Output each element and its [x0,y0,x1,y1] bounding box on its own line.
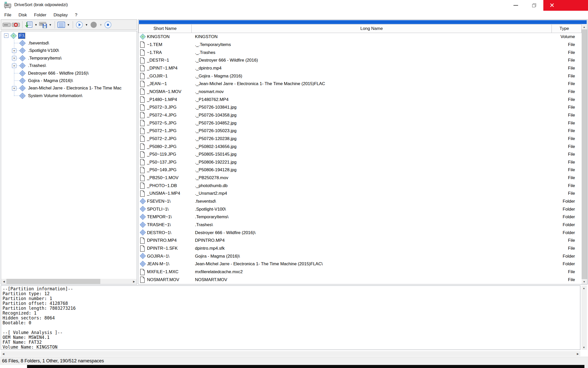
load-order-dropdown[interactable]: ▼ [33,20,39,29]
menu-item[interactable]: ? [71,12,81,19]
column-header-short-name[interactable]: Short Name [138,24,192,33]
tree-expander-toggle[interactable] [4,33,8,38]
file-row[interactable]: _DPINT~1.MP4 ._dpintro.mp4 File [138,64,582,72]
file-row[interactable]: KINGSTON KINGSTON Volume [138,33,582,41]
file-row[interactable]: ~1.TRA ._.Trashes File [138,49,582,56]
short-name-cell: _P5072~2.JPG [147,136,177,141]
file-row[interactable]: _PB250~1.MOV ._PB250278.mov File [138,174,582,182]
file-row[interactable]: _P50~137.JPG ._P50806-192221.jpg File [138,158,582,166]
tree-item[interactable]: .TemporaryItems\ [1,54,137,62]
file-row[interactable]: MXFILE~1.MXC mxfilerelatedcache.mxc2 Fil… [138,268,582,276]
save-drive-button[interactable] [39,20,48,29]
file-icon [140,277,145,283]
output-horizontal-scrollbar[interactable]: ◀ ▶ [1,351,580,356]
toolbar: ▼ ▼ ▼ ▼ ▼ [1,19,137,30]
file-row[interactable]: _P5072~1.JPG ._P50726-105023.jpg File [138,127,582,135]
file-row[interactable]: _NOSMA~1.MOV ._nosmart.mov File [138,88,582,96]
long-name-cell: Gojira - Magma (2016)\ [192,254,552,259]
close-button[interactable]: ✕ [543,0,588,11]
column-header-type[interactable]: Type [552,24,577,33]
menu-item[interactable]: Disk [15,12,30,19]
tree-item[interactable]: .Spotlight-V100\ [1,47,137,54]
file-row[interactable]: _P5080~2.JPG ._P50802-143656.jpg File [138,143,582,151]
file-row[interactable]: ~1.TEM ._.TemporaryItems File [138,41,582,49]
start-button[interactable] [75,20,84,29]
start-dropdown[interactable]: ▼ [84,20,89,29]
tree-expander-toggle[interactable] [12,86,16,90]
file-row[interactable]: JEAN-M~1\ Jean-Michel Jarre - Electronic… [138,260,582,268]
file-row[interactable]: DESTRO~1\ Destroyer 666 - Wildfire (2016… [138,229,582,237]
scroll-right-icon[interactable]: ▶ [575,351,580,356]
tree-expander-toggle[interactable] [12,49,16,53]
tree-expander-toggle[interactable] [12,56,16,60]
file-row[interactable]: _DESTR~1 ._Destroyer 666 - Wildfire (201… [138,56,582,64]
file-row[interactable]: _UNSMA~1.MP4 ._Unsmart2.mp4 File [138,190,582,198]
file-row[interactable]: _GOJIR~1 ._Gojira - Magma (2016) File [138,72,582,80]
row-type-icon [140,135,145,142]
view-mode-dropdown[interactable]: ▼ [66,20,71,29]
tree-item[interactable]: F:\ [1,32,137,39]
tree-item[interactable]: Gojira - Magma (2016)\ [1,77,137,84]
scrollbar-thumb[interactable] [582,29,587,279]
short-name-cell: _P50~149.JPG [147,167,177,172]
row-type-icon [140,96,145,103]
menu-item[interactable]: Folder [30,12,50,19]
toolbar-separator [22,21,22,28]
scrollbar-thumb[interactable] [6,279,100,284]
file-row[interactable]: _P1480~1.MP4 ._P1480762.MP4 File [138,96,582,103]
tree-item[interactable]: .fseventsd\ [1,39,137,47]
short-name-cell: _UNSMA~1.MP4 [147,191,180,196]
short-name-cell: MXFILE~1.MXC [147,269,178,274]
menu-item[interactable]: File [1,12,15,19]
file-row[interactable]: _P5072~3.JPG ._P50726-103841.jpg File [138,103,582,111]
file-row[interactable]: _P50~119.JPG ._P50805-150145.jpg File [138,151,582,158]
view-mode-button[interactable] [57,20,66,29]
file-row[interactable]: DPINTRO.MP4 DPINTRO.MP4 File [138,237,582,245]
file-row[interactable]: _JEAN-~1 ._Jean-Michel Jarre - Electroni… [138,80,582,88]
file-row[interactable]: TEMPOR~1\ .TemporaryItems\ Folder [138,213,582,221]
scroll-up-icon[interactable]: ▲ [581,285,586,291]
file-row[interactable]: DPINTR~1.SFK dpintro.mp4.sfk File [138,245,582,252]
file-row[interactable]: SPOTLI~1\ .Spotlight-V100\ Folder [138,205,582,213]
menu-item[interactable]: Display [50,12,71,19]
stop-button[interactable] [103,20,113,29]
close-drive-button[interactable] [11,20,20,29]
file-row[interactable]: TRASHE~1\ .Trashes\ Folder [138,221,582,229]
file-row[interactable]: _PHOTO~1.DB ._photothumb.db File [138,182,582,190]
tree-item[interactable]: Destroyer 666 - Wildfire (2016)\ [1,70,137,77]
scroll-up-icon[interactable]: ▲ [582,24,587,29]
file-row[interactable]: _P5072~2.JPG ._P50726-120238.jpg File [138,135,582,143]
column-header-long-name[interactable]: Long Name [191,24,552,33]
restore-button[interactable] [525,0,543,11]
file-row[interactable]: NOSMART.MOV NOSMART.MOV File [138,276,582,284]
file-row[interactable]: _P5072~4.JPG ._P50726-104358.jpg File [138,111,582,119]
row-type-icon [140,198,145,205]
scroll-down-icon[interactable]: ▼ [582,279,587,284]
tree-expander-toggle[interactable] [12,64,16,68]
long-name-cell: ._P50726-104358.jpg [192,113,552,118]
file-icon [140,81,145,87]
scroll-right-icon[interactable]: ▶ [131,279,137,284]
file-row[interactable]: FSEVEN~1\ .fseventsd\ Folder [138,198,582,205]
save-drive-dropdown[interactable]: ▼ [48,20,53,29]
tree-item[interactable]: Jean-Michel Jarre - Electronica 1- The T… [1,85,137,92]
minimize-button[interactable] [507,0,525,11]
scroll-down-icon[interactable]: ▼ [581,345,586,350]
tree-item[interactable]: System Volume Information\ [1,92,137,99]
row-type-icon [140,65,145,71]
file-row[interactable]: _P5072~5.JPG ._P50726-104852.jpg File [138,119,582,127]
tree-horizontal-scrollbar[interactable]: ◀ ▶ [1,279,137,284]
file-icon [140,96,145,103]
tree-item[interactable]: .Trashes\ [1,62,137,70]
short-name-cell: _PHOTO~1.DB [147,183,177,188]
scroll-left-icon[interactable]: ◀ [1,351,6,356]
load-order-button[interactable] [24,20,33,29]
output-vertical-scrollbar[interactable]: ▲ ▼ [581,285,587,350]
scrollbar-track[interactable] [100,279,131,284]
busy-indicator-button[interactable] [89,20,98,29]
file-row[interactable]: GOJIRA~1\ Gojira - Magma (2016)\ Folder [138,252,582,260]
file-list-vertical-scrollbar[interactable]: ▲ ▼ [582,24,587,284]
file-row[interactable]: _P50~149.JPG ._P50806-194128.jpg File [138,166,582,174]
open-drive-button[interactable] [2,20,11,29]
scroll-left-icon[interactable]: ◀ [1,279,6,284]
